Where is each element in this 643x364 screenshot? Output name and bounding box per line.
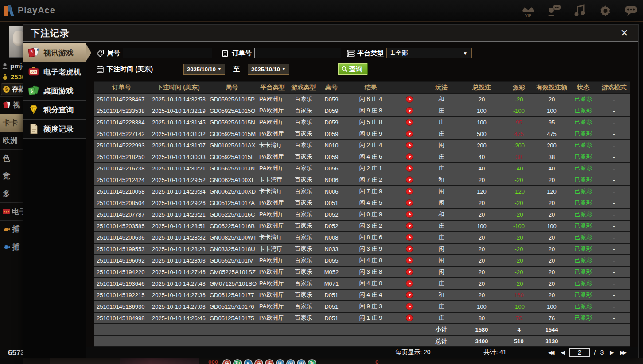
cell-bet: 庄	[422, 278, 460, 289]
cards-icon	[3, 101, 11, 108]
cell-game: 百家乐	[289, 151, 318, 162]
cell-payout: -120	[503, 186, 535, 197]
grand-total-row: 总计34005103130	[94, 336, 630, 346]
bead-和: 和	[233, 359, 242, 364]
sidebar-item-视讯游戏[interactable]: 9K视讯游戏	[23, 43, 86, 62]
lobby-nav-kaka[interactable]: 卡卡	[0, 114, 23, 132]
query-button[interactable]: 查询	[338, 63, 367, 75]
last-page-button[interactable]: ▶▶	[619, 349, 627, 356]
cell-total: 500	[460, 128, 503, 139]
cell-time: 2025-10-10 14:28:23	[149, 244, 207, 254]
lobby-nav-video[interactable]: 视	[0, 96, 23, 114]
play-video-icon[interactable]	[406, 234, 413, 240]
round-input[interactable]	[123, 48, 212, 58]
cell-order: 251010145212424	[94, 174, 149, 185]
deposit-button[interactable]: $ 存款	[1, 83, 23, 95]
cell-total: 100	[460, 105, 503, 116]
play-video-icon[interactable]	[406, 130, 413, 137]
sidebar-item-额度记录[interactable]: 额度记录	[23, 120, 86, 139]
play-video-icon[interactable]	[406, 153, 413, 160]
lobby-nav-label: 多	[3, 190, 10, 198]
page-number-input[interactable]	[569, 348, 590, 357]
play-video-icon[interactable]	[406, 142, 413, 148]
cell-round: GN00625A100XE	[207, 174, 257, 185]
settings-icon[interactable]	[598, 4, 613, 18]
chat-icon[interactable]	[624, 4, 639, 18]
first-page-button[interactable]: ◀◀	[546, 349, 554, 356]
cell-payout: -20	[503, 267, 535, 277]
lobby-nav-fishing-1[interactable]: 捕	[0, 220, 23, 238]
logo-icon	[4, 4, 15, 17]
lobby-nav-fishing-2[interactable]: 捕	[0, 238, 23, 256]
play-video-icon[interactable]	[406, 188, 413, 194]
cell-payout: -20	[503, 232, 535, 243]
cell-result: 闲 2 庄 1	[345, 163, 397, 174]
cell-game: 百家乐	[289, 94, 318, 105]
play-video-icon[interactable]	[406, 245, 413, 252]
lobby-nav-slots[interactable]: 777 电子	[0, 202, 23, 220]
cell-game: 百家乐	[289, 209, 318, 220]
sidebar-item-积分查询[interactable]: 积分查询	[23, 101, 86, 120]
play-video-icon[interactable]	[406, 291, 413, 298]
cell-status: 已派彩	[569, 186, 598, 197]
total-pages: 3	[600, 349, 604, 356]
bead-6: 6	[244, 359, 253, 364]
cell-time: 2025-10-10 14:30:33	[149, 151, 207, 162]
play-video-icon[interactable]	[406, 211, 413, 217]
sidebar-item-桌面游戏[interactable]: $桌面游戏	[23, 81, 86, 101]
play-video-icon[interactable]	[406, 119, 413, 125]
date-to-picker[interactable]: 2025/10/10 ▼	[248, 64, 289, 75]
cell-order: 251010145184998	[94, 313, 149, 323]
bet-time-group: 下注时间 (美东)	[97, 65, 183, 74]
play-video-icon[interactable]	[406, 268, 413, 275]
cell-order: 251010145238467	[94, 94, 149, 105]
music-icon[interactable]	[572, 4, 587, 18]
lobby-nav-europe[interactable]: 欧洲	[0, 132, 23, 149]
cell-round: GD05125A10177	[207, 290, 257, 300]
cell-time: 2025-10-10 14:27:43	[149, 278, 207, 289]
play-video-icon[interactable]	[406, 199, 413, 206]
subtotal-row: 小计158041544	[94, 324, 630, 335]
bet-table-wrap: 订单号下注时间 (美东)局号平台类型游戏类型桌号结果玩法总投注派彩有效投注额状态…	[94, 81, 630, 347]
cell-total: 20	[460, 174, 503, 185]
lobby-nav-duo[interactable]: 多	[0, 185, 23, 202]
table-row: 2510101452100582025-10-10 14:29:34GN0062…	[94, 186, 630, 197]
play-video-icon[interactable]	[406, 314, 413, 321]
lobby-nav-jing[interactable]: 竞	[0, 167, 23, 185]
support-icon[interactable]	[546, 4, 561, 18]
play-video-icon[interactable]	[406, 257, 413, 263]
play-video-icon[interactable]	[406, 176, 413, 183]
balance-value: 2530	[11, 73, 23, 81]
date-from-picker[interactable]: 2025/10/10 ▼	[183, 64, 225, 75]
cell-valid: 20	[535, 174, 569, 185]
table-row: 2510101452384672025-10-10 14:32:53GD0592…	[94, 94, 630, 105]
cell-total: 20	[460, 197, 503, 208]
cell-game: 百家乐	[289, 290, 318, 300]
avatar[interactable]	[9, 26, 23, 58]
platform-filter: 平台类型 1.全部 ▼	[347, 48, 472, 58]
play-video-icon[interactable]	[406, 165, 413, 171]
cell-order: 251010145196092	[94, 255, 149, 266]
lobby-nav-se[interactable]: 色	[0, 149, 23, 167]
play-video-icon[interactable]	[406, 222, 413, 229]
cell-payout: -20	[503, 174, 535, 185]
cell-time: 2025-10-10 14:28:32	[149, 232, 207, 243]
cell-valid: 38	[535, 151, 569, 162]
prev-page-button[interactable]: ◀	[559, 349, 565, 356]
cell-round: GN00825A100WT	[207, 232, 257, 243]
sidebar-item-电子老虎机[interactable]: 777电子老虎机	[23, 62, 86, 81]
cell-mode: -	[598, 128, 630, 139]
play-video-icon[interactable]	[406, 107, 413, 114]
cell-total: 120	[460, 186, 503, 197]
play-video-icon[interactable]	[406, 303, 413, 310]
next-page-button[interactable]: ▶	[608, 349, 614, 356]
platform-select[interactable]: 1.全部 ▼	[386, 48, 472, 58]
column-header: 总投注	[460, 82, 503, 93]
close-icon[interactable]: ✕	[620, 28, 628, 38]
play-video-icon[interactable]	[406, 96, 413, 102]
coin-icon: $	[3, 86, 10, 93]
play-video-icon[interactable]	[406, 280, 413, 287]
vip-icon[interactable]: VIP	[521, 4, 536, 18]
cell-table: N010	[318, 140, 345, 151]
order-input[interactable]	[254, 48, 341, 58]
